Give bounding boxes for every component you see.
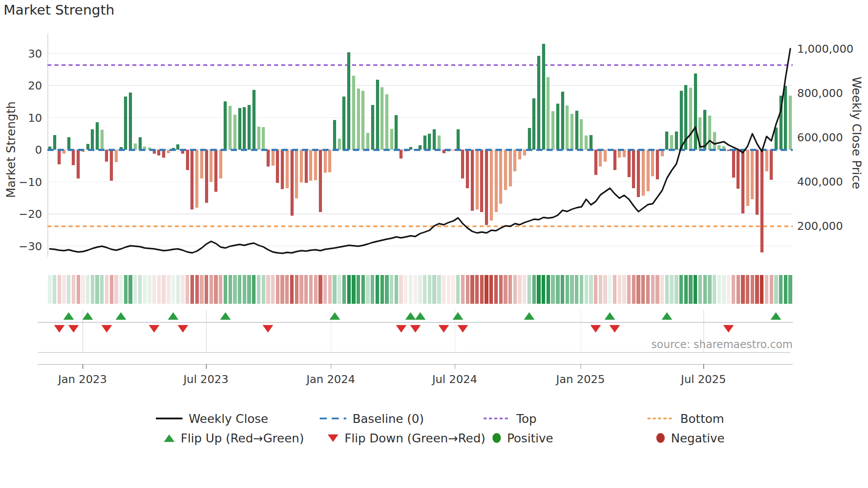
heatmap-cell <box>447 275 450 304</box>
heatmap-cell <box>229 275 232 304</box>
heatmap-cell <box>371 275 374 304</box>
flip-panel-bottom-spine <box>38 352 790 353</box>
heatmap-cell <box>717 275 721 304</box>
heatmap-cell <box>698 275 702 304</box>
heatmap-cell <box>147 275 151 304</box>
heatmap-cell <box>428 275 431 304</box>
heatmap-cell <box>432 275 436 304</box>
heatmap-cell <box>589 275 593 304</box>
heatmap-cell <box>247 275 251 304</box>
heatmap-cell <box>276 275 279 304</box>
legend-item-positive: Positive <box>484 430 553 445</box>
heatmap-cell <box>200 275 203 304</box>
legend-label: Positive <box>507 431 553 445</box>
heatmap-cell <box>157 275 161 304</box>
heatmap-cell <box>67 275 70 304</box>
x-axis-tickmark <box>82 364 83 369</box>
flip-down-marker <box>68 325 79 333</box>
heatmap-cell <box>399 275 403 304</box>
heatmap-cell <box>627 275 631 304</box>
heatmap-cell <box>646 275 650 304</box>
heatmap-cell <box>314 275 318 304</box>
heatmap-cell <box>342 275 346 304</box>
x-axis-tick-label: Jan 2024 <box>306 373 355 386</box>
heatmap-cell <box>542 275 545 304</box>
heatmap-cell <box>138 275 142 304</box>
x-axis-tick-label: Jul 2024 <box>432 373 477 386</box>
heatmap-cell <box>376 275 379 304</box>
flip-down-marker <box>457 325 468 333</box>
heatmap-cell <box>546 275 550 304</box>
heatmap-cell <box>304 275 308 304</box>
flip-up-marker <box>405 312 416 320</box>
heatmap-cell <box>124 275 128 304</box>
flip-down-marker <box>590 325 601 333</box>
heatmap-cell <box>556 275 559 304</box>
heatmap-cell <box>622 275 626 304</box>
legend-label: Bottom <box>680 412 724 426</box>
flip-down-marker <box>410 325 421 333</box>
heatmap-cell <box>489 275 493 304</box>
heatmap-cell <box>119 275 123 304</box>
heatmap-cell <box>352 275 355 304</box>
heatmap-cell <box>708 275 711 304</box>
heatmap-cell <box>81 275 85 304</box>
flip-down-marker <box>723 325 734 333</box>
heatmap-cell <box>784 275 787 304</box>
heatmap-cell <box>456 275 460 304</box>
heatmap-cell <box>665 275 669 304</box>
heatmap-cell <box>266 275 270 304</box>
source-credit: source: sharemaestro.com <box>651 338 793 351</box>
heatmap-cell <box>257 275 260 304</box>
weekly-close-line <box>0 0 868 488</box>
heatmap-cell <box>660 275 664 304</box>
heatmap-cell <box>205 275 208 304</box>
heatmap-cell <box>779 275 783 304</box>
heatmap-cell <box>195 275 199 304</box>
heatmap-cell <box>152 275 156 304</box>
legend-item-baseline-0-: Baseline (0) <box>320 411 424 426</box>
heatmap-cell <box>309 275 313 304</box>
heatmap-cell <box>527 275 531 304</box>
weekly-close-line-swatch <box>156 418 182 419</box>
flip-down-icon <box>328 434 338 442</box>
heatmap-cell <box>290 275 294 304</box>
heatmap-cell <box>105 275 108 304</box>
negative-dot-icon <box>656 433 665 443</box>
x-axis-tickmark <box>455 364 456 369</box>
heatmap-cell <box>651 275 655 304</box>
heatmap-cell <box>461 275 465 304</box>
flip-down-marker <box>178 325 188 333</box>
heatmap-cell <box>570 275 574 304</box>
flip-down-marker <box>101 325 112 333</box>
heatmap-cell <box>404 275 407 304</box>
top-line-swatch <box>484 418 510 419</box>
heatmap-cell <box>318 275 322 304</box>
legend-label: Flip Up (Red→Green) <box>181 431 304 445</box>
heatmap-cell <box>418 275 422 304</box>
heatmap-cell <box>585 275 588 304</box>
heatmap-cell <box>128 275 132 304</box>
heatmap-cell <box>437 275 441 304</box>
heatmap-cell <box>366 275 369 304</box>
legend-item-flip-up-red-green-: Flip Up (Red→Green) <box>156 430 304 445</box>
heatmap-cell <box>765 275 768 304</box>
heatmap-cell <box>91 275 94 304</box>
x-axis-tickmark <box>206 364 207 369</box>
heatmap-cell <box>95 275 99 304</box>
heatmap-cell <box>451 275 455 304</box>
heatmap-cell <box>48 275 51 304</box>
heatmap-cell <box>361 275 365 304</box>
heatmap-cell <box>143 275 147 304</box>
heatmap-cell <box>684 275 688 304</box>
heatmap-cell <box>508 275 512 304</box>
heatmap-cell <box>632 275 636 304</box>
heatmap-cell <box>741 275 744 304</box>
positive-dot-icon <box>492 433 501 443</box>
legend-item-flip-down-green-red-: Flip Down (Green→Red) <box>320 430 485 445</box>
heatmap-cell <box>641 275 645 304</box>
flip-down-marker <box>54 325 65 333</box>
flip-down-marker <box>263 325 273 333</box>
flip-up-marker <box>329 312 340 320</box>
heatmap-cell <box>736 275 740 304</box>
